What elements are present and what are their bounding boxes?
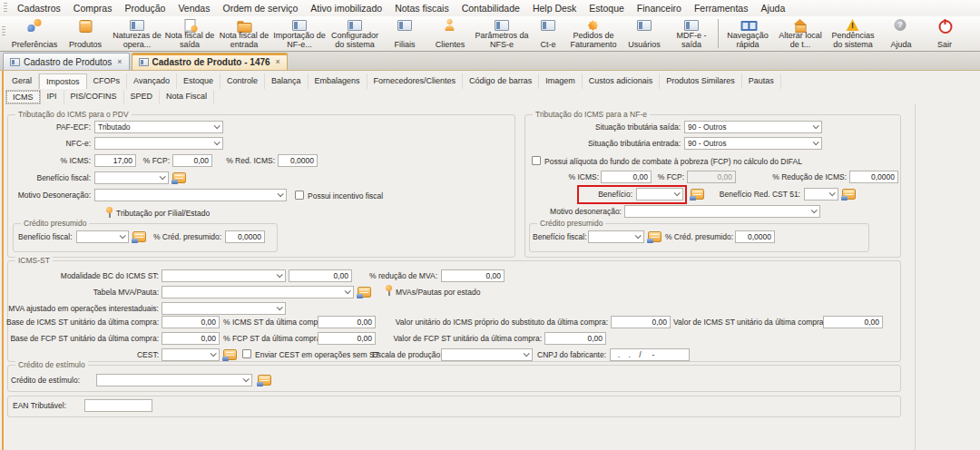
toolbar-button-sair[interactable]: Sair xyxy=(923,17,966,50)
menu-help-desk[interactable]: Help Desk xyxy=(526,1,583,15)
cest-select[interactable] xyxy=(162,348,220,361)
perc-fcp-st-input[interactable]: 0,00 xyxy=(318,332,376,345)
paf-ecf-select[interactable]: Tributado xyxy=(94,121,223,133)
menu-ativo-imobilizado[interactable]: Ativo imobilizado xyxy=(304,1,388,15)
credito-estimulo-select[interactable] xyxy=(96,374,252,386)
valor-icms-proprio-input[interactable]: 0,00 xyxy=(611,316,671,328)
pdv-cp-beneficio-select[interactable] xyxy=(76,230,129,243)
browse-form-icon[interactable] xyxy=(842,189,856,200)
valor-icms-st-input[interactable]: 0,00 xyxy=(823,316,883,328)
fcp-difal-checkbox[interactable] xyxy=(532,156,541,165)
menu-drag-grip[interactable] xyxy=(4,3,7,14)
menu-notas-fiscais[interactable]: Notas fiscais xyxy=(388,1,456,15)
possui-incentivo-fiscal-checkbox[interactable] xyxy=(295,191,304,200)
nfe-motivo-desoneracao-select[interactable] xyxy=(624,205,820,218)
tab-geral[interactable]: Geral xyxy=(5,73,39,89)
pdv-beneficio-fiscal-select[interactable] xyxy=(94,171,169,184)
tab-icms[interactable]: ICMS xyxy=(5,90,41,104)
tab-avancado[interactable]: Avançado xyxy=(127,73,177,89)
menu-vendas[interactable]: Vendas xyxy=(172,1,216,15)
toolbar-button-navegacao-rapida[interactable]: Navegação rápida xyxy=(721,17,774,50)
toolbar-drag-grip[interactable] xyxy=(2,26,5,37)
browse-form-icon[interactable] xyxy=(648,231,662,242)
menu-contabilidade[interactable]: Contabilidade xyxy=(456,1,526,15)
nfc-e-select[interactable] xyxy=(94,137,223,150)
tab-sped[interactable]: SPED xyxy=(124,90,161,104)
nfe-reducao-icms-input[interactable]: 0,0000 xyxy=(849,171,898,183)
toolbar-button-usuarios[interactable]: Usuários xyxy=(621,17,668,50)
modalidade-bc-select[interactable] xyxy=(162,269,286,282)
pdv-motivo-desoneracao-select[interactable] xyxy=(94,189,287,201)
base-fcp-st-input[interactable]: 0,00 xyxy=(162,332,220,345)
enviar-cest-checkbox[interactable] xyxy=(242,349,251,358)
pdv-red-icms-input[interactable]: 0,0000 xyxy=(278,154,318,167)
pdv-icms-percent-input[interactable]: 17,00 xyxy=(94,154,136,167)
tab-pis-cofins[interactable]: PIS/COFINS xyxy=(64,90,124,104)
tab-embalagens[interactable]: Embalagens xyxy=(309,73,368,89)
tab-codigo-de-barras[interactable]: Código de barras xyxy=(463,73,539,89)
menu-compras[interactable]: Compras xyxy=(67,1,119,15)
menu-ordem-de-servico[interactable]: Ordem de serviço xyxy=(216,1,304,15)
menu-estoque[interactable]: Estoque xyxy=(583,1,631,15)
situacao-entrada-select[interactable]: 90 - Outros xyxy=(684,137,822,150)
toolbar-button-pendencias-sistema[interactable]: Pendências do sistema xyxy=(827,17,879,50)
toolbar-button-naturezas-de-operacao[interactable]: Naturezas de opera... xyxy=(111,17,163,50)
tab-custos-adicionais[interactable]: Custos adicionais xyxy=(583,73,661,89)
menu-financeiro[interactable]: Financeiro xyxy=(631,1,688,15)
toolbar-button-alterar-local[interactable]: Alterar local de t... xyxy=(774,17,827,50)
tab-impostos[interactable]: Impostos xyxy=(39,73,87,89)
menu-producao[interactable]: Produção xyxy=(118,1,172,15)
nfe-beneficio-select[interactable] xyxy=(636,188,683,201)
tab-imagem[interactable]: Imagem xyxy=(539,73,583,89)
toolbar-button-parametros-nfse[interactable]: Parâmetros da NFS-e xyxy=(474,17,530,50)
mvas-pautas-estado-link[interactable]: MVAs/Pautas por estado xyxy=(396,288,480,297)
beneficio-red-cst51-select[interactable] xyxy=(804,188,838,201)
nfe-icms-percent-input[interactable]: 0,00 xyxy=(601,171,652,183)
tab-pautas[interactable]: Pautas xyxy=(742,73,781,89)
menu-cadastros[interactable]: Cadastros xyxy=(11,1,67,15)
toolbar-button-nota-fiscal-entrada[interactable]: Nota fiscal de entrada xyxy=(216,17,272,50)
toolbar-button-cte[interactable]: Ct-e xyxy=(530,17,566,50)
nfe-cp-beneficio-select[interactable] xyxy=(588,230,644,243)
mva-ajustado-select[interactable] xyxy=(162,302,286,315)
tab-cfops[interactable]: CFOPs xyxy=(87,73,128,89)
base-icms-st-input[interactable]: 0,00 xyxy=(162,316,220,328)
tab-ipi[interactable]: IPI xyxy=(41,90,64,104)
toolbar-button-preferencias[interactable]: Preferências xyxy=(9,17,60,50)
browse-form-icon[interactable] xyxy=(258,375,271,386)
tab-estoque[interactable]: Estoque xyxy=(177,73,220,89)
reducao-mva-input[interactable]: 0,00 xyxy=(441,269,505,282)
doc-tab-cadastro-de-produto-1476[interactable]: Cadastro de Produto - 1476 × xyxy=(132,53,288,70)
toolbar-button-configurador-sistema[interactable]: Configurador do sistema xyxy=(327,17,383,50)
pdv-fcp-percent-input[interactable]: 0,00 xyxy=(172,154,212,167)
toolbar-button-clientes[interactable]: Clientes xyxy=(426,17,474,50)
toolbar-button-produtos[interactable]: Produtos xyxy=(60,17,111,50)
perc-icms-st-input[interactable]: 0,00 xyxy=(318,316,376,328)
toolbar-button-mdfe-saida[interactable]: MDF-e - saída xyxy=(668,17,715,50)
toolbar-button-nota-fiscal-saida[interactable]: Nota fiscal de saída xyxy=(163,17,216,50)
browse-form-icon[interactable] xyxy=(172,172,186,183)
browse-form-icon[interactable] xyxy=(223,349,237,360)
doc-tab-cadastro-de-produtos[interactable]: Cadastro de Produtos × xyxy=(3,53,130,70)
cnpj-fabricante-input[interactable]: . . / - xyxy=(610,348,690,361)
browse-form-icon[interactable] xyxy=(358,287,371,298)
tab-balanca[interactable]: Balança xyxy=(265,73,309,89)
tab-produtos-similares[interactable]: Produtos Similares xyxy=(660,73,742,89)
tab-controle[interactable]: Controle xyxy=(220,73,265,89)
tributacao-filial-estado-link[interactable]: Tributação por Filial/Estado xyxy=(116,209,210,218)
tabela-mva-select[interactable] xyxy=(162,286,354,298)
menu-ferramentas[interactable]: Ferramentas xyxy=(688,1,755,15)
menu-ajuda[interactable]: Ajuda xyxy=(754,1,791,15)
close-icon[interactable]: × xyxy=(274,57,280,66)
tab-fornecedores-clientes[interactable]: Fornecedores/Clientes xyxy=(368,73,464,89)
situacao-saida-select[interactable]: 90 - Outros xyxy=(684,121,822,133)
nfe-cp-percent-input[interactable]: 0,0000 xyxy=(735,230,775,243)
escala-producao-select[interactable] xyxy=(441,348,533,361)
close-icon[interactable]: × xyxy=(115,57,122,66)
toolbar-button-ajuda[interactable]: Ajuda xyxy=(879,17,923,50)
modalidade-bc-num-input[interactable]: 0,00 xyxy=(289,269,352,282)
pdv-cp-percent-input[interactable]: 0,0000 xyxy=(225,230,265,243)
toolbar-button-importacao-nfe[interactable]: Importação de NF-e... xyxy=(272,17,327,50)
valor-fcp-st-input[interactable]: 0,00 xyxy=(544,332,606,345)
tab-nota-fiscal[interactable]: Nota Fiscal xyxy=(160,90,214,104)
